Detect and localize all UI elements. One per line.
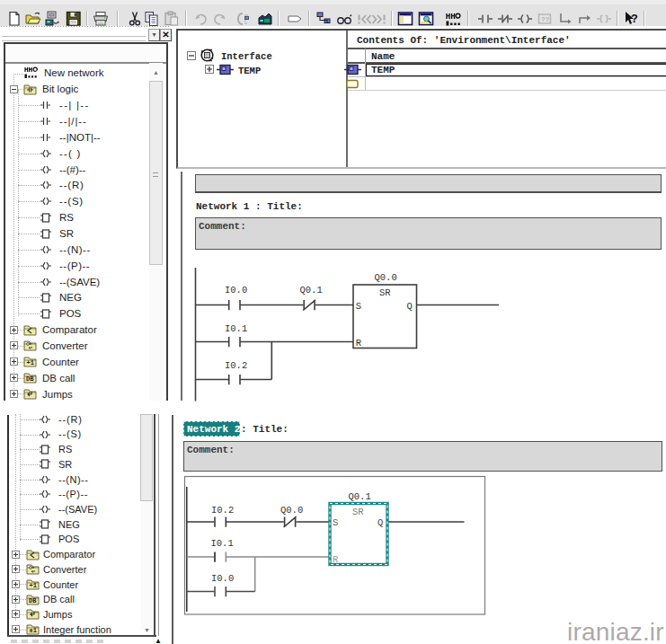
svg-text:I0.1: I0.1 [211, 538, 234, 549]
svg-text:+1: +1 [27, 359, 34, 366]
svg-text:I0.0: I0.0 [211, 573, 234, 584]
svg-text:Q0.0: Q0.0 [375, 272, 397, 283]
svg-text:DB: DB [29, 597, 37, 604]
svg-text:Q: Q [407, 301, 413, 312]
svg-text:SR: SR [352, 507, 364, 517]
svg-text:R: R [333, 554, 339, 565]
svg-text:SR: SR [379, 287, 391, 298]
svg-text:R: R [356, 338, 362, 348]
svg-text:I0.1: I0.1 [225, 323, 247, 334]
svg-text:S: S [333, 517, 338, 528]
svg-text:±1: ±1 [30, 627, 37, 634]
svg-text:I0.2: I0.2 [211, 505, 234, 516]
svg-text:DB: DB [26, 375, 34, 383]
svg-text:Q0.1: Q0.1 [300, 285, 323, 296]
svg-text:??: ?? [541, 15, 550, 23]
svg-text:I0.0: I0.0 [225, 285, 247, 296]
svg-text:Q0.0: Q0.0 [280, 505, 303, 516]
svg-text:+1: +1 [30, 582, 37, 589]
svg-text:Q: Q [377, 517, 383, 528]
svg-text:I0.2: I0.2 [225, 360, 247, 371]
svg-text:Q0.1: Q0.1 [349, 491, 371, 502]
svg-text:?: ? [631, 13, 638, 26]
svg-text:S: S [356, 301, 361, 312]
